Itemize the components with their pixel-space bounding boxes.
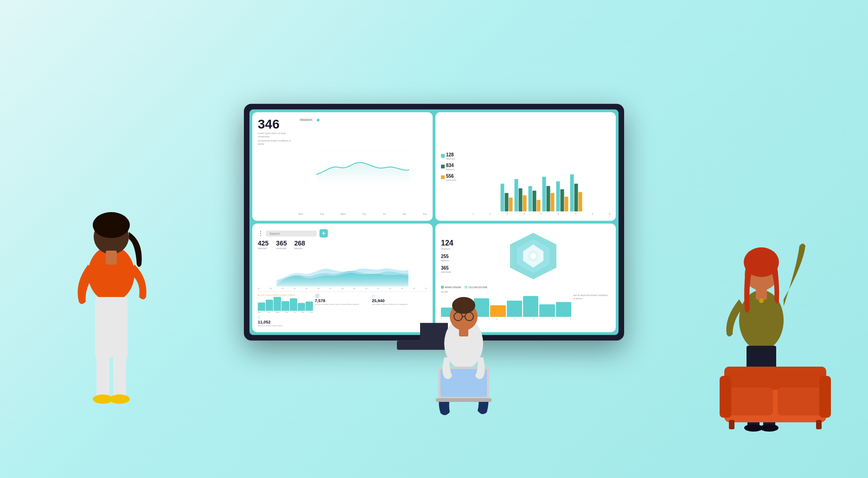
- xlbl-01: 01: [258, 287, 260, 290]
- bar-fri: [290, 298, 297, 311]
- polygon-lbl-deserunt: deserunt: [441, 247, 453, 250]
- svg-rect-13: [551, 193, 555, 212]
- bottom-bar-section: ■ sed do eiusmod tempor incididunt ut la…: [258, 294, 313, 313]
- bar-bottom-xlabels: Mon Tue Wed Thu Fri Sat Sun: [258, 311, 313, 313]
- blbl-sun: Sun: [310, 311, 313, 313]
- blbl-fri: Fri: [294, 311, 296, 313]
- blbl-wed: Wed: [275, 311, 279, 313]
- svg-rect-8: [529, 186, 532, 212]
- svg-rect-28: [106, 251, 117, 265]
- day-sun: Sun: [423, 213, 427, 215]
- legend-dot-cillum: [465, 286, 467, 289]
- svg-rect-15: [561, 189, 564, 212]
- legend-num-1: 128: [446, 152, 455, 157]
- xlbl-2: 2: [490, 213, 491, 215]
- card3-bottom: ■ sed do eiusmod tempor incididunt ut la…: [258, 291, 427, 327]
- xlbl-09: 09: [353, 287, 355, 290]
- day-wed: Wed: [341, 213, 345, 215]
- xlbl-05: 05: [306, 287, 307, 290]
- stat-num-3: 268: [294, 239, 305, 247]
- svg-rect-14: [556, 181, 560, 212]
- day-thu: Thu: [362, 213, 366, 215]
- bar-thu: [281, 301, 289, 311]
- legend-dot-minim: [441, 286, 444, 289]
- svg-rect-11: [542, 177, 546, 212]
- legend-lbl-3: commodo: [446, 178, 456, 181]
- svg-rect-3: [505, 193, 509, 212]
- svg-rect-58: [778, 388, 824, 415]
- legend-item-1: 128 deserunt: [441, 152, 469, 160]
- orange-couch: [720, 357, 831, 432]
- svg-rect-7: [523, 195, 527, 212]
- stat-365: 365 commoda: [276, 239, 287, 250]
- legend-dot-1: [441, 154, 445, 158]
- xlbl-4: 4: [523, 213, 525, 215]
- phone-icon: ▯: [258, 315, 313, 319]
- day-fri: Fri: [383, 213, 386, 215]
- svg-point-33: [109, 394, 130, 404]
- svg-rect-2: [501, 184, 504, 212]
- monitor-icon: ⬜: [315, 294, 370, 298]
- xlbl-5: 5: [541, 213, 542, 215]
- svg-rect-61: [729, 420, 734, 429]
- legend-dot-2: [441, 165, 445, 168]
- card-line-chart: 346 Lorem ipsum dolor sit amet consectet…: [252, 112, 433, 221]
- bar-wed: [274, 297, 281, 311]
- area-chart-svg: [258, 252, 427, 287]
- mbar-8: [556, 302, 571, 317]
- polygon-num-124: 124: [441, 239, 453, 247]
- svg-point-46: [452, 297, 475, 314]
- chart-label-deserunt: Deserunt: [299, 118, 313, 122]
- xlbl-04: 04: [294, 287, 295, 290]
- bar-mon: [258, 303, 265, 311]
- blbl-mon: Mon: [258, 311, 262, 313]
- svg-rect-62: [816, 420, 822, 429]
- xlbl-02: 02: [270, 287, 272, 290]
- stat-num-1: 425: [258, 239, 268, 247]
- stat-425: 425 deserunt: [258, 239, 268, 250]
- mxlbl-7: 7: [552, 318, 553, 320]
- day-mon: Mon: [299, 213, 303, 215]
- bottom-stat-1: ⬜ 7,578 ut enim ad minim veniam quis nos…: [315, 294, 370, 313]
- legend-minim: MINIM VENIAM: [441, 286, 461, 289]
- xlbl-6: 6: [558, 213, 559, 215]
- svg-rect-29: [95, 297, 128, 357]
- xlbl-06: 06: [318, 287, 319, 290]
- legend-label-cillum: CILLUM DOLORE: [468, 286, 487, 289]
- legend-dot-3: [441, 175, 445, 179]
- search-bar[interactable]: Search: [266, 230, 317, 236]
- svg-rect-16: [565, 197, 568, 212]
- dots-menu-icon[interactable]: ⋮: [258, 230, 263, 237]
- legend-num-3: 556: [446, 173, 456, 178]
- day-tue: Tue: [320, 213, 324, 215]
- mbar-5: [507, 301, 522, 317]
- card1-sub2: do eiusmod tempor incididunt ut labore: [258, 139, 295, 146]
- bs-num-2: 25,940: [372, 298, 427, 303]
- card1-subtitle: Lorem ipsum dolor sit amet consectetur: [258, 132, 295, 138]
- card4-top: 124 deserunt 255 laborum 365 commodo: [441, 229, 610, 283]
- svg-rect-17: [570, 174, 574, 212]
- svg-point-43: [759, 298, 764, 303]
- legend: 128 deserunt 834 laborum: [441, 118, 469, 215]
- day-sat: Sat: [402, 213, 406, 215]
- xlbl-13: 13: [401, 287, 403, 290]
- add-button[interactable]: +: [319, 229, 328, 238]
- svg-rect-60: [819, 376, 831, 418]
- bar-xlabels: 1 2 3 4 5 6 7 8 9: [472, 213, 610, 215]
- xlbl-1: 1: [472, 213, 474, 215]
- svg-rect-10: [537, 200, 541, 212]
- bar-legend-label: ■ sed do eiusmod tempor incididunt ut la…: [258, 294, 313, 296]
- svg-rect-37: [756, 287, 767, 300]
- polygon-num-255: 255: [441, 254, 453, 259]
- spider-chart-svg: [505, 231, 561, 282]
- polygon-lbl-laborum: laborum: [441, 259, 453, 262]
- xlbl-11: 11: [377, 287, 379, 290]
- svg-rect-6: [519, 188, 523, 212]
- bottom-bar-chart: [258, 297, 313, 311]
- legend-num-2: 834: [446, 162, 454, 168]
- blbl-thu: Thu: [285, 311, 288, 313]
- svg-rect-59: [720, 376, 731, 418]
- xlbl-7: 7: [575, 213, 576, 215]
- svg-rect-4: [509, 198, 513, 212]
- svg-rect-9: [533, 191, 536, 212]
